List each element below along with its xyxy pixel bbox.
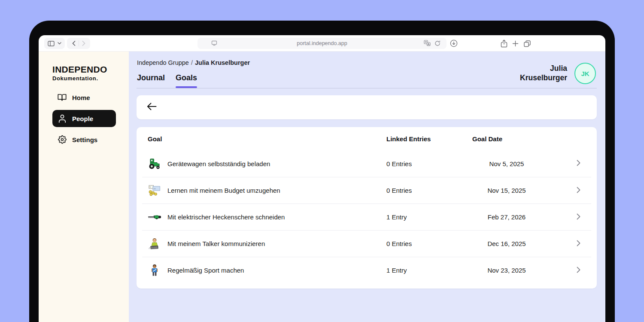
chevron-right-icon (577, 160, 580, 167)
user-menu[interactable]: Julia Kruselburger JK (510, 63, 596, 84)
linked-entries-value: 0 Entries (386, 187, 472, 194)
back-arrow-icon[interactable] (147, 103, 157, 112)
goal-date-value: Feb 27, 2026 (472, 213, 541, 221)
downloads-icon[interactable] (450, 39, 458, 47)
share-icon[interactable] (501, 39, 507, 48)
back-button[interactable] (72, 41, 76, 46)
sidebar-toggle-button[interactable] (44, 38, 65, 49)
goals-table: Goal Linked Entries Goal Date Gerätewage… (137, 127, 597, 289)
sidebar-nav: Home People Settings (52, 89, 116, 152)
sidebar-item-people[interactable]: People (52, 110, 116, 127)
sidebar: INDEPENDO Dokumentation. Home People (39, 52, 129, 322)
breadcrumb-parent[interactable]: Independo Gruppe (137, 59, 189, 66)
money-icon: 51012 (148, 185, 161, 197)
table-row[interactable]: Gerätewagen selbstständig beladen 0 Entr… (142, 150, 591, 177)
svg-text:10: 10 (153, 188, 155, 190)
user-name: Julia Kruselburger (510, 64, 567, 83)
logo-subtitle: Dokumentation. (52, 75, 107, 82)
svg-text:1: 1 (150, 191, 151, 193)
linked-entries-value: 1 Entry (386, 267, 472, 274)
person-icon (58, 114, 67, 123)
chevron-right-icon (577, 267, 580, 274)
tab-bar: Journal Goals (137, 73, 197, 88)
breadcrumb: Independo Gruppe/Julia Kruselburger (137, 59, 250, 66)
table-header-row: Goal Linked Entries Goal Date (142, 127, 591, 150)
translate-icon[interactable] (424, 40, 431, 46)
back-bar (137, 95, 597, 119)
svg-text:2: 2 (152, 192, 153, 194)
goal-label: Mit elektrischer Heckenschere schneiden (167, 213, 285, 221)
table-row[interactable]: 51012 Lernen mit meinem Budget umzugehen… (142, 177, 591, 204)
browser-toolbar: portal.independo.app (39, 35, 605, 52)
chevron-right-icon (577, 240, 580, 248)
gear-icon (58, 135, 67, 144)
breadcrumb-current: Julia Kruselburger (195, 59, 250, 66)
app-logo: INDEPENDO Dokumentation. (52, 64, 107, 82)
book-icon (58, 94, 67, 101)
sidebar-item-label: Home (72, 94, 90, 101)
tab-journal[interactable]: Journal (137, 73, 165, 88)
sport-icon (148, 264, 161, 277)
divider (137, 88, 597, 88)
linked-entries-value: 1 Entry (386, 213, 472, 221)
hedge-trimmer-icon (148, 213, 161, 221)
column-header-goal-date: Goal Date (472, 135, 541, 143)
browser-window: portal.independo.app (29, 21, 615, 322)
table-row[interactable]: Regelmäßig Sport machen 1 Entry Nov 23, … (142, 257, 591, 283)
new-tab-icon[interactable] (512, 40, 519, 47)
chevron-right-icon (577, 187, 580, 194)
divider (79, 40, 79, 46)
goal-label: Lernen mit meinem Budget umzugehen (167, 187, 280, 194)
goal-date-value: Dec 16, 2025 (472, 240, 541, 247)
goal-label: Gerätewagen selbstständig beladen (167, 160, 270, 167)
sidebar-toggle-icon (48, 41, 55, 46)
logo-title: INDEPENDO (52, 64, 107, 75)
sidebar-item-home[interactable]: Home (52, 89, 116, 106)
linked-entries-value: 0 Entries (386, 160, 472, 167)
address-bar[interactable]: portal.independo.app (197, 38, 447, 49)
sidebar-item-label: People (72, 115, 93, 122)
avatar[interactable]: JK (574, 63, 596, 84)
linked-entries-value: 0 Entries (386, 240, 472, 247)
talker-icon (148, 237, 161, 250)
goal-date-value: Nov 15, 2025 (472, 187, 541, 194)
sidebar-item-settings[interactable]: Settings (52, 131, 116, 148)
goal-date-value: Nov 5, 2025 (472, 160, 541, 167)
column-header-linked-entries: Linked Entries (386, 135, 472, 143)
url-text: portal.independo.app (197, 40, 447, 46)
breadcrumb-separator: / (189, 59, 195, 66)
main-content: Independo Gruppe/Julia Kruselburger Jour… (129, 52, 605, 322)
chevron-down-icon (58, 42, 61, 45)
tractor-icon (148, 158, 161, 170)
sidebar-item-label: Settings (72, 136, 97, 143)
tab-goals[interactable]: Goals (176, 73, 197, 88)
goal-label: Mit meinem Talker kommunizieren (167, 240, 265, 247)
table-row[interactable]: Mit elektrischer Heckenschere schneiden … (142, 204, 591, 230)
forward-button[interactable] (82, 41, 85, 46)
goal-label: Regelmäßig Sport machen (167, 267, 244, 274)
column-header-goal: Goal (148, 135, 386, 143)
chevron-right-icon (577, 213, 580, 221)
tab-overview-icon[interactable] (523, 40, 531, 47)
table-row[interactable]: Mit meinem Talker kommunizieren 0 Entrie… (142, 230, 591, 257)
history-nav-buttons (67, 38, 90, 49)
goal-date-value: Nov 23, 2025 (472, 267, 541, 274)
reload-icon[interactable] (434, 40, 440, 46)
site-icon (211, 40, 217, 46)
